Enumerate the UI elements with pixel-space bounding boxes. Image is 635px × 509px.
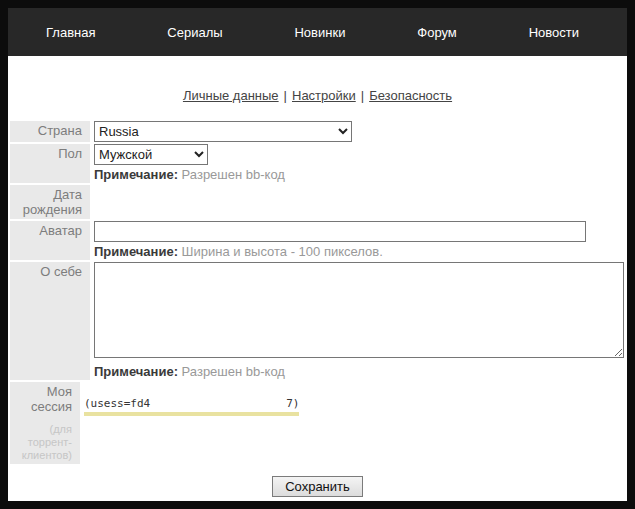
main-nav: Главная Сериалы Новинки Форум Новости — [8, 8, 627, 56]
gender-note: Примечание: Разрешен bb-код — [94, 167, 619, 183]
row-gender: Пол Мужской Примечание: Разрешен bb-код — [10, 144, 619, 183]
session-value: (usess=fd47) — [84, 397, 299, 416]
country-select[interactable]: Russia — [94, 121, 352, 142]
tab-settings[interactable]: Настройки — [292, 88, 356, 103]
session-label: Моя сессия (для торрент-клиентов) — [10, 382, 80, 464]
session-value-suffix: 7) — [286, 397, 299, 410]
nav-item-serials[interactable]: Сериалы — [167, 25, 222, 40]
avatar-label: Аватар — [10, 221, 90, 260]
gender-note-text: Разрешен bb-код — [182, 167, 285, 182]
content-area: Личные данные|Настройки|Безопасность Стр… — [8, 56, 627, 501]
country-field: Russia — [90, 121, 619, 142]
row-about: О себе Примечание: Разрешен bb-код — [10, 262, 619, 380]
session-value-prefix: (usess=fd4 — [84, 397, 150, 410]
session-field: (usess=fd47) — [80, 382, 619, 464]
save-button[interactable]: Сохранить — [272, 476, 363, 497]
about-note-title: Примечание: — [94, 364, 178, 379]
about-textarea[interactable] — [94, 262, 624, 358]
gender-note-title: Примечание: — [94, 167, 178, 182]
row-country: Страна Russia — [10, 121, 619, 142]
gender-label: Пол — [10, 144, 90, 183]
nav-item-new[interactable]: Новинки — [294, 25, 345, 40]
country-label: Страна — [10, 121, 90, 142]
about-note-text: Разрешен bb-код — [182, 364, 285, 379]
avatar-field: Примечание: Ширина и высота - 100 пиксел… — [90, 221, 619, 260]
gender-field: Мужской Примечание: Разрешен bb-код — [90, 144, 619, 183]
about-label: О себе — [10, 262, 90, 380]
gender-select[interactable]: Мужской — [94, 144, 208, 165]
button-row: Сохранить — [8, 476, 627, 497]
tab-personal-data[interactable]: Личные данные — [183, 88, 279, 103]
profile-tabs: Личные данные|Настройки|Безопасность — [8, 88, 627, 103]
about-note: Примечание: Разрешен bb-код — [94, 364, 619, 380]
session-label-text: Моя сессия — [31, 384, 72, 414]
row-session: Моя сессия (для торрент-клиентов) (usess… — [10, 382, 619, 464]
nav-item-forum[interactable]: Форум — [417, 25, 457, 40]
avatar-note-text: Ширина и высота - 100 пикселов. — [182, 244, 383, 259]
row-birthdate: Дата рождения — [10, 185, 619, 219]
avatar-note: Примечание: Ширина и высота - 100 пиксел… — [94, 244, 619, 260]
avatar-note-title: Примечание: — [94, 244, 178, 259]
page-inner: Главная Сериалы Новинки Форум Новости Ли… — [8, 8, 627, 501]
nav-item-main[interactable]: Главная — [46, 25, 95, 40]
birthdate-label: Дата рождения — [10, 185, 90, 219]
about-field: Примечание: Разрешен bb-код — [90, 262, 619, 380]
row-avatar: Аватар Примечание: Ширина и высота - 100… — [10, 221, 619, 260]
avatar-input[interactable] — [94, 221, 586, 242]
page-frame: Главная Сериалы Новинки Форум Новости Ли… — [0, 0, 635, 509]
profile-form: Страна Russia Пол Мужской Примечание: Ра… — [10, 121, 619, 464]
session-sublabel: (для торрент-клиентов) — [12, 423, 72, 462]
nav-item-news[interactable]: Новости — [529, 25, 579, 40]
birthdate-field — [90, 185, 619, 219]
tab-separator: | — [284, 88, 287, 103]
tab-separator: | — [361, 88, 364, 103]
tab-security[interactable]: Безопасность — [369, 88, 452, 103]
